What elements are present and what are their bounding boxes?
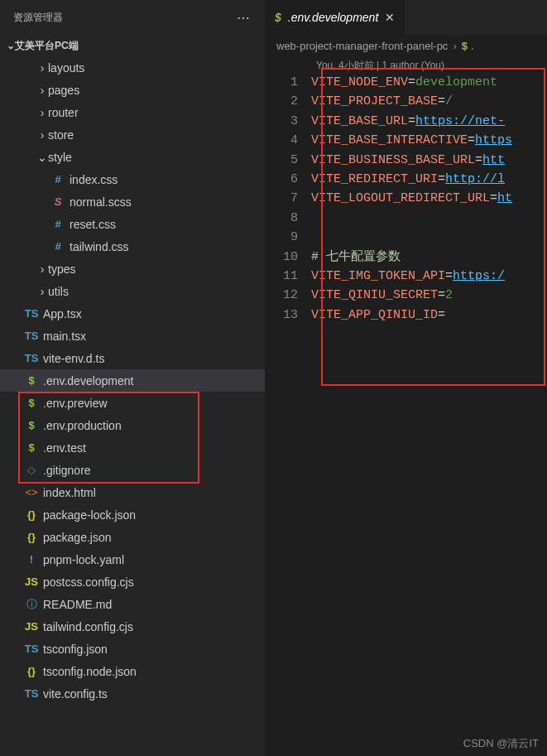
file-item[interactable]: TSvite.config.ts bbox=[0, 682, 265, 705]
chevron-right-icon: › bbox=[453, 40, 456, 52]
file-label: tailwind.css bbox=[70, 240, 129, 253]
hash-icon: # bbox=[50, 240, 66, 253]
file-item[interactable]: #reset.css bbox=[0, 213, 265, 235]
ts-icon: TS bbox=[23, 352, 40, 364]
file-label: README.md bbox=[43, 598, 112, 611]
explorer-header: 资源管理器 ⋯ bbox=[0, 0, 265, 35]
js-icon: JS bbox=[23, 575, 40, 588]
chevron-right-icon: › bbox=[36, 106, 48, 119]
project-root[interactable]: ⌄ 艾美平台PC端 bbox=[0, 35, 265, 56]
file-label: App.tsx bbox=[43, 307, 82, 320]
line-number: 5 bbox=[265, 151, 298, 170]
json-icon: {} bbox=[23, 665, 40, 677]
sass-icon: S bbox=[50, 195, 66, 208]
breadcrumb-segment[interactable]: web-project-manager-front-panel-pc bbox=[276, 40, 448, 52]
file-item[interactable]: TSvite-env.d.ts bbox=[0, 347, 265, 369]
html-icon: <> bbox=[23, 486, 40, 498]
code-line[interactable]: VITE_IMG_TOKEN_API=https:/ bbox=[311, 267, 547, 286]
codelens[interactable]: You, 4小时前 | 1 author (You) bbox=[316, 56, 547, 73]
line-number: 7 bbox=[265, 189, 298, 208]
dollar-icon: $ bbox=[23, 374, 40, 387]
file-item[interactable]: JSpostcss.config.cjs bbox=[0, 571, 265, 593]
chevron-down-icon: ⌄ bbox=[36, 151, 48, 164]
file-item[interactable]: TStsconfig.json bbox=[0, 638, 265, 660]
file-item[interactable]: Snormal.scss bbox=[0, 190, 265, 213]
breadcrumb[interactable]: web-project-manager-front-panel-pc › $ . bbox=[265, 35, 547, 56]
hash-icon: # bbox=[50, 173, 66, 185]
file-item[interactable]: ◇.gitignore bbox=[0, 459, 265, 481]
folder-label: types bbox=[48, 262, 75, 276]
code-line[interactable]: # 七牛配置参数 bbox=[311, 248, 547, 267]
code-line[interactable]: VITE_NODE_ENV=development bbox=[311, 73, 547, 92]
file-item[interactable]: {}package.json bbox=[0, 526, 265, 548]
code-line[interactable]: VITE_BASE_URL=https://net- bbox=[311, 112, 547, 131]
file-item[interactable]: $.env.production bbox=[0, 414, 265, 436]
json-icon: {} bbox=[23, 508, 40, 521]
file-item[interactable]: TSmain.tsx bbox=[0, 325, 265, 347]
file-item[interactable]: #tailwind.css bbox=[0, 235, 265, 258]
explorer-title: 资源管理器 bbox=[13, 11, 63, 25]
json-icon: {} bbox=[23, 531, 40, 543]
file-item[interactable]: TSApp.tsx bbox=[0, 302, 265, 325]
ts-icon: TS bbox=[23, 687, 40, 700]
line-number: 11 bbox=[265, 267, 298, 286]
explorer-sidebar: 资源管理器 ⋯ ⌄ 艾美平台PC端 ›layouts›pages›router›… bbox=[0, 0, 265, 756]
file-item[interactable]: ⓘREADME.md bbox=[0, 593, 265, 615]
file-item[interactable]: JStailwind.config.cjs bbox=[0, 615, 265, 638]
line-number: 6 bbox=[265, 170, 298, 189]
file-label: tailwind.config.cjs bbox=[43, 620, 133, 633]
breadcrumb-segment[interactable]: $ . bbox=[462, 40, 474, 52]
more-actions-icon[interactable]: ⋯ bbox=[237, 10, 252, 26]
code-line[interactable]: VITE_APP_QINIU_ID= bbox=[311, 306, 547, 325]
file-item[interactable]: {}tsconfig.node.json bbox=[0, 660, 265, 682]
folder-item[interactable]: ⌄style bbox=[0, 146, 265, 168]
code-content[interactable]: You, 4小时前 | 1 author (You) VITE_NODE_ENV… bbox=[311, 56, 547, 756]
line-number: 4 bbox=[265, 131, 298, 150]
close-icon[interactable]: ✕ bbox=[385, 11, 395, 24]
folder-item[interactable]: ›layouts bbox=[0, 56, 265, 79]
file-item[interactable]: $.env.development bbox=[0, 369, 265, 392]
file-item[interactable]: <>index.html bbox=[0, 481, 265, 503]
dollar-icon: $ bbox=[23, 419, 40, 431]
code-line[interactable]: VITE_QINIU_SECRET=2 bbox=[311, 286, 547, 305]
code-line[interactable] bbox=[311, 209, 547, 228]
folder-item[interactable]: ›pages bbox=[0, 79, 265, 101]
folder-item[interactable]: ›utils bbox=[0, 280, 265, 302]
folder-label: style bbox=[48, 151, 72, 164]
file-tree[interactable]: ›layouts›pages›router›store⌄style#index.… bbox=[0, 56, 265, 756]
line-number: 2 bbox=[265, 92, 298, 111]
info-icon: ⓘ bbox=[23, 597, 40, 612]
folder-item[interactable]: ›store bbox=[0, 123, 265, 146]
file-item[interactable]: $.env.preview bbox=[0, 392, 265, 414]
file-label: reset.css bbox=[70, 218, 116, 231]
code-line[interactable]: VITE_BUSINESS_BASE_URL=htt bbox=[311, 151, 547, 170]
tab-label: .env.development bbox=[288, 11, 378, 24]
code-line[interactable]: VITE_PROJECT_BASE=/ bbox=[311, 92, 547, 111]
code-line[interactable] bbox=[311, 228, 547, 247]
js-icon: JS bbox=[23, 620, 40, 633]
line-gutter: 12345678910111213 bbox=[265, 56, 311, 756]
line-number: 1 bbox=[265, 73, 298, 92]
chevron-right-icon: › bbox=[36, 285, 48, 298]
code-line[interactable]: VITE_BASE_INTERACTIVE=https bbox=[311, 131, 547, 150]
line-number: 8 bbox=[265, 209, 298, 228]
tab-env-development[interactable]: $ .env.development ✕ bbox=[265, 0, 405, 35]
file-item[interactable]: {}package-lock.json bbox=[0, 503, 265, 526]
ts-icon: TS bbox=[23, 330, 40, 342]
dollar-icon: $ bbox=[23, 441, 40, 454]
chevron-down-icon: ⌄ bbox=[7, 40, 15, 51]
file-item[interactable]: !pnpm-lock.yaml bbox=[0, 548, 265, 571]
line-number: 10 bbox=[265, 248, 298, 267]
code-line[interactable]: VITE_REDIRECT_URI=http://l bbox=[311, 170, 547, 189]
folder-label: pages bbox=[48, 84, 79, 97]
folder-label: router bbox=[48, 106, 79, 119]
file-item[interactable]: #index.css bbox=[0, 168, 265, 190]
code-line[interactable]: VITE_LOGOUT_REDIRECT_URL=ht bbox=[311, 189, 547, 208]
file-label: package-lock.json bbox=[43, 508, 136, 522]
editor-area: $ .env.development ✕ web-project-manager… bbox=[265, 0, 547, 756]
folder-item[interactable]: ›router bbox=[0, 101, 265, 123]
code-editor[interactable]: 12345678910111213 You, 4小时前 | 1 author (… bbox=[265, 56, 547, 756]
file-label: vite.config.ts bbox=[43, 687, 108, 701]
file-item[interactable]: $.env.test bbox=[0, 436, 265, 459]
folder-item[interactable]: ›types bbox=[0, 258, 265, 280]
